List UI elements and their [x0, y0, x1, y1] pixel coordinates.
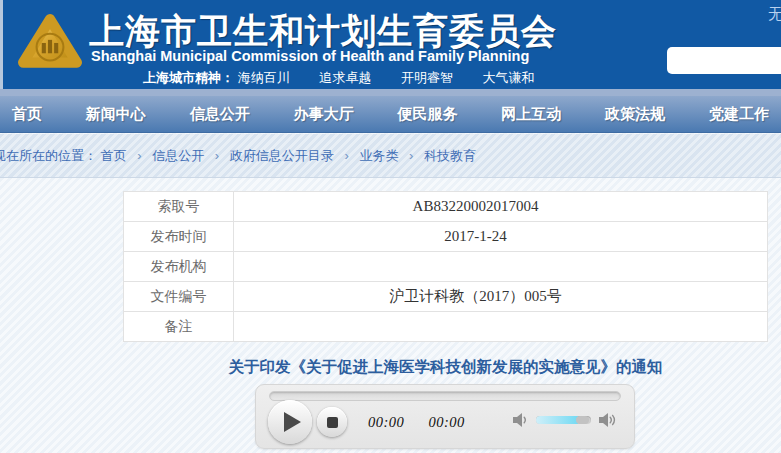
volume-fill: [536, 416, 578, 424]
nav-item-info-disclosure[interactable]: 信息公开: [190, 105, 250, 124]
current-time: 00:00: [368, 414, 404, 430]
breadcrumb-separator: ›: [344, 148, 348, 163]
nav-item-home[interactable]: 首页: [12, 105, 42, 124]
breadcrumb-item-business-category[interactable]: 业务类: [359, 148, 398, 163]
slogan-item: 追求卓越: [319, 70, 371, 85]
breadcrumb-label: 现在所在的位置：: [0, 148, 97, 163]
breadcrumb-separator: ›: [137, 148, 141, 163]
playback-progress-bar[interactable]: [269, 391, 621, 401]
slogan-item: 海纳百川: [238, 70, 290, 85]
total-time: 00:00: [428, 414, 464, 430]
breadcrumb-item-sci-tech-education[interactable]: 科技教育: [424, 148, 476, 163]
nav-item-policies-regulations[interactable]: 政策法规: [605, 105, 665, 124]
breadcrumb-separator: ›: [215, 148, 219, 163]
play-icon: [284, 412, 301, 432]
volume-up-button[interactable]: [598, 412, 618, 428]
commission-logo-icon: [17, 11, 83, 77]
table-row: 发布机构: [124, 252, 767, 282]
row-label: 发布时间: [124, 222, 234, 251]
row-value: [234, 312, 767, 341]
volume-down-button[interactable]: [512, 412, 529, 428]
document-info-table: 索取号 AB83220002017004 发布时间 2017-1-24 发布机构…: [123, 191, 768, 342]
stop-icon: [327, 417, 338, 428]
row-value: AB83220002017004: [234, 192, 767, 221]
row-value: 沪卫计科教（2017）005号: [234, 282, 767, 311]
stop-button[interactable]: [317, 407, 347, 437]
site-subtitle: Shanghai Municipal Commission of Health …: [91, 48, 529, 64]
volume-slider[interactable]: [536, 416, 591, 424]
nav-item-service-hall[interactable]: 办事大厅: [294, 105, 354, 124]
row-label: 文件编号: [124, 282, 234, 311]
breadcrumb-separator: ›: [409, 148, 413, 163]
header-divider-strip: [0, 89, 781, 96]
nav-item-online-interaction[interactable]: 网上互动: [501, 105, 561, 124]
nav-item-party-building[interactable]: 党建工作: [709, 105, 769, 124]
audio-player: 00:00 00:00: [255, 384, 635, 449]
nav-item-convenience-services[interactable]: 便民服务: [397, 105, 457, 124]
site-header: 上海市卫生和计划生育委员会 Shanghai Municipal Commiss…: [0, 0, 781, 89]
breadcrumb-band: 现在所在的位置： 首页 › 信息公开 › 政府信息公开目录 › 业务类 › 科技…: [0, 134, 781, 178]
main-nav: 首页 新闻中心 信息公开 办事大厅 便民服务 网上互动 政策法规 党建工作: [0, 96, 781, 133]
row-label: 索取号: [124, 192, 234, 221]
row-value: [234, 252, 767, 281]
table-row: 索取号 AB83220002017004: [124, 192, 767, 222]
article-title: 关于印发《关于促进上海医学科技创新发展的实施意见》的通知: [123, 357, 768, 378]
city-spirit-slogan: 上海城市精神： 海纳百川 追求卓越 开明睿智 大气谦和: [143, 69, 561, 87]
accessibility-link[interactable]: 无: [768, 5, 781, 24]
row-label: 发布机构: [124, 252, 234, 281]
row-value: 2017-1-24: [234, 222, 767, 251]
page: 上海市卫生和计划生育委员会 Shanghai Municipal Commiss…: [0, 0, 781, 453]
volume-low-icon: [512, 412, 529, 428]
slogan-item: 大气谦和: [483, 70, 535, 85]
play-button[interactable]: [268, 400, 312, 444]
table-row: 文件编号 沪卫计科教（2017）005号: [124, 282, 767, 312]
time-display: 00:00 00:00: [368, 414, 485, 431]
search-input[interactable]: [667, 47, 781, 74]
volume-thumb[interactable]: [576, 416, 589, 424]
volume-high-icon: [598, 412, 618, 428]
table-row: 发布时间 2017-1-24: [124, 222, 767, 252]
slogan-label: 上海城市精神：: [143, 70, 234, 85]
breadcrumb-item-home[interactable]: 首页: [101, 148, 127, 163]
breadcrumb-item-gov-info-catalog[interactable]: 政府信息公开目录: [230, 148, 334, 163]
breadcrumb: 现在所在的位置： 首页 › 信息公开 › 政府信息公开目录 › 业务类 › 科技…: [0, 147, 476, 165]
slogan-item: 开明睿智: [401, 70, 453, 85]
nav-item-news[interactable]: 新闻中心: [86, 105, 146, 124]
row-label: 备注: [124, 312, 234, 341]
breadcrumb-item-info-disclosure[interactable]: 信息公开: [152, 148, 204, 163]
volume-controls: [512, 412, 618, 428]
table-row: 备注: [124, 312, 767, 342]
